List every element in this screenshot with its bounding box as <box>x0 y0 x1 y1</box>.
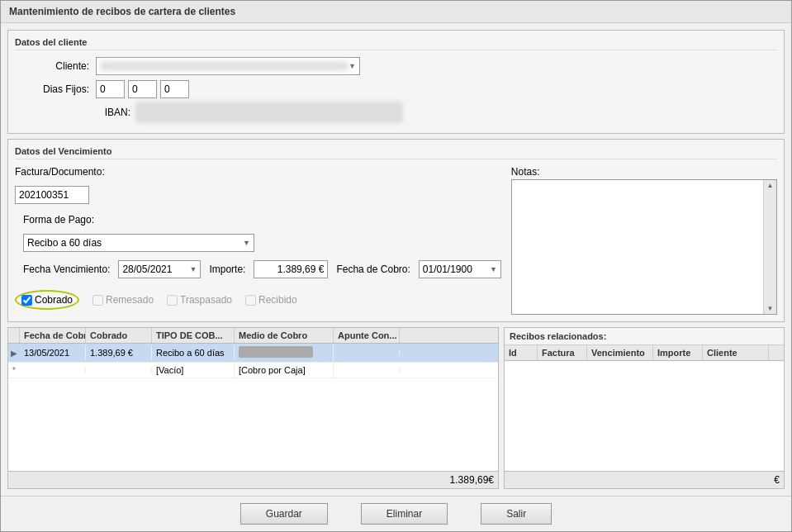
remesado-checkbox[interactable] <box>92 295 103 306</box>
header-fecha-cobro: Fecha de Cobro <box>20 328 86 343</box>
related-grid-footer: € <box>505 471 784 488</box>
related-grid-body <box>505 361 784 471</box>
fecha-venc-value: 28/05/2021 <box>122 264 172 275</box>
dias-inputs <box>96 80 189 98</box>
section-vencimiento: Datos del Vencimiento Factura/Documento:… <box>7 139 785 322</box>
dias-fijos-row: Dias Fijos: <box>15 80 777 98</box>
cell-apunte-2 <box>334 368 400 373</box>
forma-pago-label-row: Forma de Pago: <box>15 214 501 226</box>
notas-scrollbar[interactable]: ▲ ▼ <box>763 180 776 314</box>
cell-tipo-1: Recibo a 60 días <box>152 345 235 360</box>
fecha-importe-row: Fecha Vencimiento: 28/05/2021 ▼ Importe:… <box>23 260 501 278</box>
scroll-down-arrow: ▼ <box>767 305 774 312</box>
forma-pago-dropdown-row: Recibo a 60 días ▼ <box>15 234 501 252</box>
related-header-cliente: Cliente <box>703 345 769 360</box>
cliente-label: Cliente: <box>15 60 89 72</box>
cell-medio-1 <box>235 344 334 362</box>
forma-pago-dropdown[interactable]: Recibo a 60 días ▼ <box>23 234 254 252</box>
factura-input-row <box>15 186 501 204</box>
forma-pago-arrow: ▼ <box>243 239 250 247</box>
factura-row: Factura/Documento: <box>15 166 501 178</box>
cliente-dropdown[interactable]: ████████████████████████ ▼ <box>96 57 360 75</box>
main-content: Datos del cliente Cliente: █████████████… <box>1 23 791 496</box>
cell-fecha-2 <box>20 368 86 373</box>
recibido-checkbox[interactable] <box>245 295 256 306</box>
notas-section: Notas: ▲ ▼ <box>511 166 777 315</box>
cell-fecha-1: 13/05/2021 <box>20 345 86 360</box>
forma-pago-label: Forma de Pago: <box>23 214 94 226</box>
traspasado-checkbox[interactable] <box>167 295 178 306</box>
dias-fijos-label: Dias Fijos: <box>15 83 89 95</box>
cliente-value: ████████████████████████ <box>100 61 349 71</box>
scroll-up-arrow: ▲ <box>767 182 774 189</box>
factura-label: Factura/Documento: <box>15 166 105 178</box>
remesado-checkbox-label[interactable]: Remesado <box>92 294 154 306</box>
importe-input[interactable] <box>254 260 328 278</box>
cell-medio-2: [Cobro por Caja] <box>235 363 334 378</box>
fecha-venc-label: Fecha Vencimiento: <box>23 264 110 275</box>
fecha-venc-dropdown[interactable]: 28/05/2021 ▼ <box>118 260 201 278</box>
row-indicator-1: ▶ <box>8 349 20 358</box>
notas-label: Notas: <box>511 166 777 178</box>
traspasado-checkbox-label[interactable]: Traspasado <box>167 294 232 306</box>
table-row[interactable]: * [Vacío] [Cobro por Caja] <box>8 363 498 378</box>
main-grid-header: Fecha de Cobro Cobrado TIPO DE COB... Me… <box>8 328 498 344</box>
cell-apunte-1 <box>334 350 400 355</box>
importe-label: Importe: <box>209 264 245 275</box>
section-cliente: Datos del cliente Cliente: █████████████… <box>7 30 785 134</box>
row-indicator-2: * <box>8 366 20 375</box>
guardar-button[interactable]: Guardar <box>240 503 328 525</box>
main-grid: Fecha de Cobro Cobrado TIPO DE COB... Me… <box>7 327 499 489</box>
grid-section: Fecha de Cobro Cobrado TIPO DE COB... Me… <box>7 327 785 489</box>
iban-input[interactable] <box>137 103 401 121</box>
vencimiento-left: Factura/Documento: Forma de Pago: Recibo… <box>15 166 501 315</box>
dias-input-3[interactable] <box>160 80 189 98</box>
related-header-id: Id <box>505 345 538 360</box>
header-medio-cobro: Medio de Cobro <box>235 328 334 343</box>
section-vencimiento-title: Datos del Vencimiento <box>15 146 777 159</box>
recibido-checkbox-label[interactable]: Recibido <box>245 294 297 306</box>
eliminar-button[interactable]: Eliminar <box>361 503 448 525</box>
section-cliente-title: Datos del cliente <box>15 37 777 50</box>
remesado-label: Remesado <box>106 294 154 306</box>
table-row[interactable]: ▶ 13/05/2021 1.389,69 € Recibo a 60 días <box>8 344 498 363</box>
iban-row: IBAN: <box>15 103 777 121</box>
traspasado-label: Traspasado <box>180 294 232 306</box>
salir-button[interactable]: Salir <box>481 503 552 525</box>
related-header-factura: Factura <box>538 345 587 360</box>
bottom-buttons: Guardar Eliminar Salir <box>1 496 791 531</box>
header-tipo-cob: TIPO DE COB... <box>152 328 235 343</box>
header-apunte: Apunte Con... <box>334 328 400 343</box>
dias-input-1[interactable] <box>96 80 125 98</box>
cell-cobrado-1: 1.389,69 € <box>86 345 152 360</box>
fecha-cobro-value: 01/01/1900 <box>423 264 472 275</box>
header-indicator <box>8 328 20 343</box>
main-window: Mantenimiento de recibos de cartera de c… <box>0 0 792 532</box>
related-header-importe: Importe <box>653 345 703 360</box>
cobrado-circle: Cobrado <box>15 290 79 310</box>
dias-input-2[interactable] <box>128 80 157 98</box>
related-header-vencimiento: Vencimiento <box>587 345 653 360</box>
cliente-row: Cliente: ████████████████████████ ▼ <box>15 57 777 75</box>
recibido-label: Recibido <box>258 294 297 306</box>
cell-tipo-2: [Vacío] <box>152 363 235 378</box>
forma-pago-value: Recibo a 60 días <box>27 237 102 249</box>
factura-input[interactable] <box>15 186 89 204</box>
related-grid: Recibos relacionados: Id Factura Vencimi… <box>504 327 785 489</box>
vencimiento-top: Factura/Documento: Forma de Pago: Recibo… <box>15 166 777 315</box>
fecha-cobro-dropdown[interactable]: 01/01/1900 ▼ <box>419 260 501 278</box>
notas-wrapper: ▲ ▼ <box>511 179 777 315</box>
iban-label: IBAN: <box>15 107 130 118</box>
main-grid-footer: 1.389,69€ <box>8 471 498 488</box>
cobrado-checkbox-label[interactable]: Cobrado <box>21 294 73 306</box>
notas-inner <box>512 180 763 314</box>
window-title: Mantenimiento de recibos de cartera de c… <box>1 1 791 23</box>
header-cobrado: Cobrado <box>86 328 152 343</box>
cobrado-label: Cobrado <box>35 294 73 306</box>
cobrado-checkbox[interactable] <box>21 295 32 306</box>
related-grid-total: € <box>774 474 780 486</box>
fecha-cobro-label: Fecha de Cobro: <box>336 264 410 275</box>
main-grid-total: 1.389,69€ <box>450 474 494 486</box>
cliente-dropdown-arrow: ▼ <box>349 62 356 70</box>
related-grid-header: Id Factura Vencimiento Importe Cliente <box>505 345 784 361</box>
